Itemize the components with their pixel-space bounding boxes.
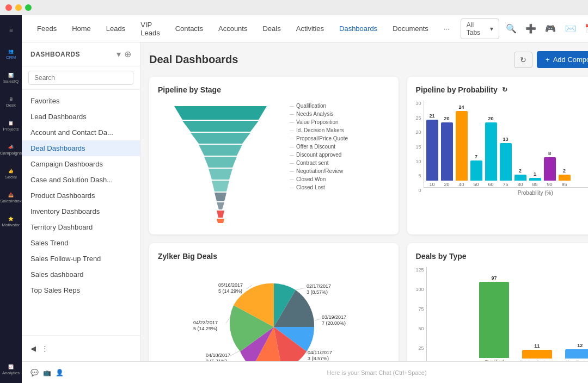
contacts-icon: 👤 xyxy=(56,369,64,376)
zylker-deals-title: Zylker Big Deals xyxy=(158,252,390,261)
nav-desk[interactable]: 🖥 Desk xyxy=(0,91,22,113)
nav-deals[interactable]: Deals xyxy=(256,21,287,36)
bar-80: 2 80 xyxy=(514,168,526,187)
svg-line-32 xyxy=(230,350,241,356)
svg-marker-8 xyxy=(217,202,224,209)
nav-accounts[interactable]: Accounts xyxy=(212,21,254,36)
nav-analytics[interactable]: 📈 Analytics xyxy=(0,361,22,383)
topnav-right: All Tabs ▾ 🔍 ➕ 🎮 ✉️ 📅 🔔 13 ⊞ A xyxy=(461,18,588,39)
sidebar-item-territory-dashboard[interactable]: Territory Dashboard xyxy=(22,219,140,235)
sidebar-toggle-btn[interactable]: ◀ ⋮ xyxy=(22,340,140,357)
bottom-bar: 💬 📺 👤 Here is your Smart Chat (Ctrl+Spac… xyxy=(22,361,588,383)
pipeline-stage-card: Pipeline by Stage xyxy=(149,77,399,234)
nav-salesiq[interactable]: 📊 SalesIQ xyxy=(0,67,22,89)
sidebar-item-favorites[interactable]: Favorites xyxy=(22,93,140,109)
sidebar-header: DASHBOARDS ▾ ⊕ xyxy=(22,42,140,66)
bar-existing: 11 Existing Business xyxy=(520,343,554,361)
nav-documents[interactable]: Documents xyxy=(386,21,435,36)
prob-chart-area: 21 10 20 20 xyxy=(424,101,588,196)
bottom-charts-row: Zylker Big Deals xyxy=(149,243,588,361)
svg-marker-10 xyxy=(217,219,224,223)
svg-marker-7 xyxy=(215,193,226,201)
nav-salesinbox[interactable]: 📥 SalesInbox xyxy=(0,187,22,209)
pipeline-probability-card: Pipeline by Probability ↻ 30 25 20 15 10… xyxy=(407,77,588,234)
nav-vip-leads[interactable]: VIP Leads xyxy=(134,17,166,40)
bar-new-business: 12 New Business xyxy=(565,343,588,361)
bar-20: 20 20 xyxy=(441,116,453,187)
add-component-button[interactable]: + Add Component xyxy=(537,51,588,68)
calendar-icon-button[interactable]: 📅 xyxy=(583,21,588,37)
nav-activities[interactable]: Activities xyxy=(290,21,330,36)
funnel-label-3: Id. Decision Makers xyxy=(290,127,348,133)
zylker-pie-container: 02/17/2017 3 (8.57%) 03/19/2017 7 (20.00… xyxy=(158,267,390,361)
funnel-svg xyxy=(158,101,283,226)
svg-text:05/16/2017: 05/16/2017 xyxy=(218,282,243,288)
main-panel: Deal Dashboards ↻ + Add Component ··· ? xyxy=(140,42,588,361)
svg-text:3 (8.57%): 3 (8.57%) xyxy=(308,356,329,361)
svg-text:04/23/2017: 04/23/2017 xyxy=(193,320,218,325)
nav-social[interactable]: 👍 Social xyxy=(0,163,22,185)
search-icon-button[interactable]: 🔍 xyxy=(504,21,519,37)
pipeline-stage-title: Pipeline by Stage xyxy=(158,85,390,94)
sidebar: DASHBOARDS ▾ ⊕ Favorites Lead Dashboards… xyxy=(22,42,140,361)
smart-chat-area: Here is your Smart Chat (Ctrl+Space) xyxy=(327,369,588,376)
deals-type-card: Deals by Type 125 100 75 50 25 0 xyxy=(407,243,588,361)
bar-60: 20 60 xyxy=(485,116,497,187)
nav-hamburger[interactable]: ☰ xyxy=(0,20,22,41)
chats-icon: 💬 xyxy=(30,369,39,376)
funnel-label-2: Value Proposition xyxy=(290,119,348,125)
mail-icon-button[interactable]: ✉️ xyxy=(562,21,578,37)
sidebar-item-sales-followup[interactable]: Sales Follow-up Trend xyxy=(22,251,140,267)
minimize-button[interactable] xyxy=(15,4,22,11)
sidebar-item-campaign-dashboards[interactable]: Campaign Dashboards xyxy=(22,156,140,172)
svg-text:5 (14.29%): 5 (14.29%) xyxy=(218,288,242,294)
sidebar-item-account-contact[interactable]: Account and Contact Da... xyxy=(22,125,140,140)
nav-crm[interactable]: 👥 CRM xyxy=(0,44,22,65)
sidebar-item-product-dashboards[interactable]: Product Dashboards xyxy=(22,188,140,203)
funnel-container: Qualification Needs Analysis Value Propo… xyxy=(158,101,390,226)
nav-home[interactable]: Home xyxy=(65,21,97,36)
nav-motivator[interactable]: ⭐ Motivator xyxy=(0,211,22,233)
sidebar-item-top-sales-reps[interactable]: Top Sales Reps xyxy=(22,282,140,298)
sidebar-item-lead-dashboards[interactable]: Lead Dashboards xyxy=(22,109,140,125)
panel-header: Deal Dashboards ↻ + Add Component ··· ? xyxy=(149,51,588,68)
nav-dashboards[interactable]: Dashboards xyxy=(333,21,384,36)
nav-projects[interactable]: 📋 Projects xyxy=(0,115,22,137)
maximize-button[interactable] xyxy=(25,4,32,11)
nav-campaigns[interactable]: 📣 Campaigns xyxy=(0,139,22,161)
nav-contacts[interactable]: Contacts xyxy=(169,21,210,36)
sidebar-item-deal-dashboards[interactable]: Deal Dashboards xyxy=(22,140,140,156)
close-button[interactable] xyxy=(5,4,12,11)
svg-text:03/19/2017: 03/19/2017 xyxy=(322,314,346,320)
sidebar-header-icons: ▾ ⊕ xyxy=(117,49,131,59)
bar-90: 8 90 xyxy=(544,151,556,187)
bar-40: 24 40 xyxy=(456,104,468,187)
sidebar-item-inventory-dashboards[interactable]: Inventory Dashboards xyxy=(22,203,140,219)
sidebar-item-case-solution[interactable]: Case and Solution Dash... xyxy=(22,172,140,188)
deals-type-bars: 97 Qualified 11 Existing Business xyxy=(426,267,588,361)
nav-feeds[interactable]: Feeds xyxy=(30,21,63,36)
prob-yaxis: 30 25 20 15 10 5 0 xyxy=(416,101,424,193)
refresh-prob-icon[interactable]: ↻ xyxy=(502,86,507,94)
search-input[interactable] xyxy=(28,71,133,85)
gamepad-icon-button[interactable]: 🎮 xyxy=(543,21,558,37)
funnel-label-1: Needs Analysis xyxy=(290,111,348,117)
panel-title: Deal Dashboards xyxy=(149,53,238,66)
icon-nav: ☰ 👥 CRM 📊 SalesIQ 🖥 Desk 📋 Projects 📣 Ca… xyxy=(0,15,22,383)
sidebar-item-sales-trend[interactable]: Sales Trend xyxy=(22,235,140,251)
funnel-label-8: Negotiation/Review xyxy=(290,168,348,174)
nav-more[interactable]: ··· xyxy=(437,21,456,36)
sidebar-item-sales-dashboard[interactable]: Sales dashboard xyxy=(22,267,140,282)
refresh-button[interactable]: ↻ xyxy=(514,52,532,68)
channels-icon: 📺 xyxy=(43,369,51,376)
sidebar-expand-icon[interactable]: ▾ xyxy=(117,49,121,59)
nav-leads[interactable]: Leads xyxy=(100,21,132,36)
sidebar-add-icon[interactable]: ⊕ xyxy=(124,49,131,59)
add-icon-button[interactable]: ➕ xyxy=(523,21,538,37)
funnel-label-5: Offer a Discount xyxy=(290,144,348,150)
all-tabs-button[interactable]: All Tabs ▾ xyxy=(461,18,499,39)
app: ☰ 👥 CRM 📊 SalesIQ 🖥 Desk 📋 Projects 📣 Ca… xyxy=(0,15,588,383)
funnel-labels: Qualification Needs Analysis Value Propo… xyxy=(290,103,348,190)
bar-qualified: 97 Qualified xyxy=(479,275,509,361)
titlebar xyxy=(0,0,588,15)
